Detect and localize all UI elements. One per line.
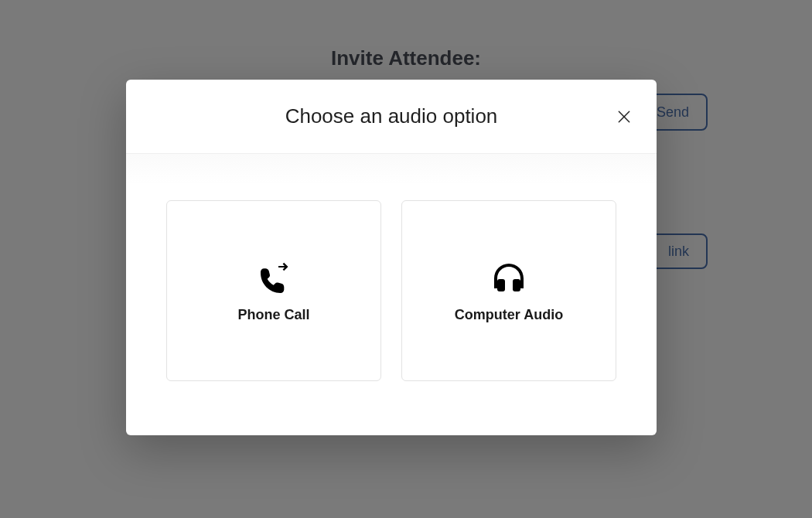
close-button[interactable] bbox=[616, 107, 635, 126]
modal-body: Phone Call Computer Audio bbox=[126, 154, 657, 381]
modal-title: Choose an audio option bbox=[285, 104, 498, 128]
phone-call-label: Phone Call bbox=[237, 307, 309, 323]
phone-forward-icon bbox=[255, 259, 292, 296]
phone-call-option[interactable]: Phone Call bbox=[166, 200, 381, 381]
computer-audio-label: Computer Audio bbox=[455, 307, 563, 323]
computer-audio-option[interactable]: Computer Audio bbox=[401, 200, 616, 381]
svg-rect-2 bbox=[497, 279, 505, 291]
audio-options-modal: Choose an audio option Phone Call bbox=[126, 80, 657, 435]
close-icon bbox=[616, 109, 635, 124]
headphones-icon bbox=[490, 259, 527, 296]
svg-rect-3 bbox=[513, 279, 520, 291]
modal-header: Choose an audio option bbox=[126, 80, 657, 154]
